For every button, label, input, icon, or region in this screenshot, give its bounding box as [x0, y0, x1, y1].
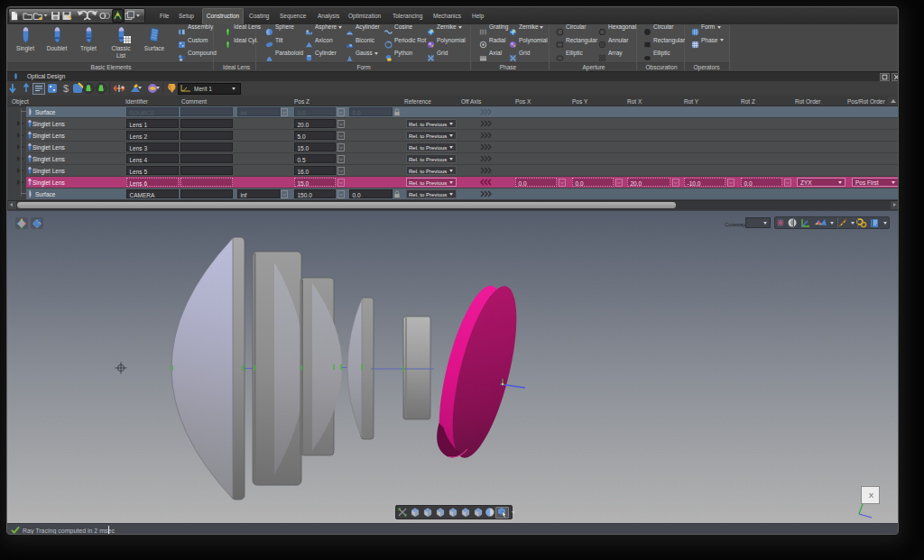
- svg-text:$: $: [63, 83, 69, 94]
